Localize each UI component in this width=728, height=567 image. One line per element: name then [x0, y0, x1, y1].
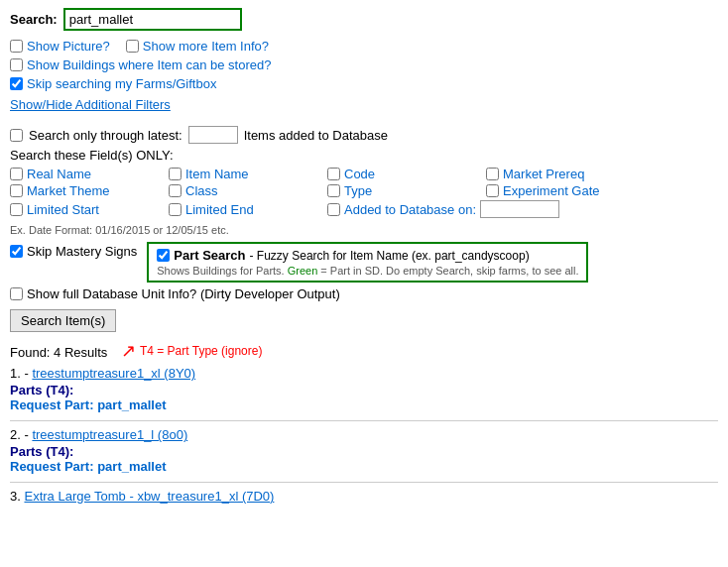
field-market-theme: Market Theme	[10, 183, 169, 198]
result-2-title: 2. - treestumptreasure1_l (8o0)	[10, 427, 718, 442]
result-2-request-value: part_mallet	[97, 459, 166, 474]
part-search-label[interactable]: Part Search	[157, 248, 245, 263]
field-item-name: Item Name	[169, 167, 327, 181]
skip-farms-label[interactable]: Skip searching my Farms/Giftbox	[10, 76, 216, 91]
field-class: Class	[169, 183, 327, 198]
show-buildings-label[interactable]: Show Buildings where Item can be stored?	[10, 57, 271, 72]
result-2-request: Request Part: part_mallet	[10, 459, 718, 474]
field-added-to-db: Added to Database on:	[327, 200, 665, 218]
field-limited-start-checkbox[interactable]	[10, 203, 23, 216]
field-type-checkbox[interactable]	[327, 184, 340, 197]
result-1-request-value: part_mallet	[97, 397, 166, 412]
show-full-db-row: Show full Database Unit Info? (Dirty Dev…	[10, 286, 718, 301]
field-limited-start: Limited Start	[10, 200, 169, 218]
skip-mastery-label[interactable]: Skip Mastery Signs	[10, 244, 137, 259]
search-only-label: Search only through latest:	[29, 128, 182, 143]
found-label: Found: 4 Results	[10, 345, 107, 360]
result-1-parts: Parts (T4):	[10, 383, 718, 397]
search-only-input[interactable]	[188, 126, 238, 144]
result-item-1: 1. - treestumptreasure1_xl (8Y0) Parts (…	[10, 366, 718, 412]
field-code: Code	[327, 167, 486, 181]
search-label: Search:	[10, 12, 58, 27]
field-experiment-gate-checkbox[interactable]	[486, 184, 499, 197]
added-to-db-input[interactable]	[480, 200, 559, 218]
field-real-name-checkbox[interactable]	[10, 168, 23, 180]
skip-part-row: Skip Mastery Signs Part Search - Fuzzy S…	[10, 242, 718, 283]
field-real-name: Real Name	[10, 167, 169, 181]
result-3-num: 3.	[10, 489, 24, 504]
additional-filters-link[interactable]: Show/Hide Additional Filters	[10, 97, 171, 112]
show-picture-checkbox[interactable]	[10, 40, 23, 53]
skip-farms-row: Skip searching my Farms/Giftbox	[10, 76, 718, 91]
search-button-container: Search Item(s)	[10, 309, 718, 340]
results-section: Found: 4 Results ↗ T4 = Part Type (ignor…	[10, 340, 718, 504]
green-text: Green	[288, 265, 318, 277]
field-limited-end: Limited End	[169, 200, 327, 218]
field-added-to-db-checkbox[interactable]	[327, 203, 340, 216]
result-2-link[interactable]: treestumptreasure1_l (8o0)	[32, 427, 187, 442]
result-1-request: Request Part: part_mallet	[10, 397, 718, 412]
result-item-3: 3. Extra Large Tomb - xbw_treasure1_xl (…	[10, 489, 718, 504]
fields-grid: Real Name Item Name Code Market Prereq M…	[10, 167, 718, 218]
skip-mastery-checkbox[interactable]	[10, 245, 23, 258]
show-buildings-row: Show Buildings where Item can be stored?	[10, 57, 718, 72]
field-type: Type	[327, 183, 486, 198]
show-picture-label[interactable]: Show Picture?	[10, 39, 110, 54]
field-limited-end-checkbox[interactable]	[169, 203, 182, 216]
search-row: Search:	[10, 8, 718, 31]
skip-mastery-container: Skip Mastery Signs	[10, 242, 137, 259]
show-more-info-label[interactable]: Show more Item Info?	[126, 39, 269, 54]
divider-1	[10, 420, 718, 421]
part-search-checkbox[interactable]	[157, 249, 170, 262]
result-1-link[interactable]: treestumptreasure1_xl (8Y0)	[32, 366, 195, 381]
result-2-num: 2. -	[10, 427, 32, 442]
search-only-checkbox[interactable]	[10, 129, 23, 142]
part-search-box: Part Search - Fuzzy Search for Item Name…	[147, 242, 588, 283]
show-full-db-checkbox[interactable]	[10, 287, 23, 300]
search-button[interactable]: Search Item(s)	[10, 309, 116, 332]
show-full-db-label[interactable]: Show full Database Unit Info? (Dirty Dev…	[10, 286, 340, 301]
result-2-parts: Parts (T4):	[10, 444, 718, 459]
search-only-row: Search only through latest: Items added …	[10, 126, 718, 144]
part-search-desc: - Fuzzy Search for Item Name (ex. part_c…	[250, 249, 530, 263]
field-market-theme-checkbox[interactable]	[10, 184, 23, 197]
additional-filters-container: Show/Hide Additional Filters	[10, 97, 718, 120]
field-item-name-checkbox[interactable]	[169, 168, 182, 180]
search-only-suffix: Items added to Database	[244, 128, 388, 143]
divider-2	[10, 482, 718, 483]
show-more-info-checkbox[interactable]	[126, 40, 139, 53]
show-buildings-checkbox[interactable]	[10, 58, 23, 71]
arrow-icon: ↗	[121, 340, 136, 362]
options-row-1: Show Picture? Show more Item Info?	[10, 39, 718, 54]
skip-farms-checkbox[interactable]	[10, 77, 23, 90]
field-code-checkbox[interactable]	[327, 168, 340, 180]
part-search-note: Shows Buildings for Parts. Green = Part …	[157, 265, 578, 277]
result-3-title: 3. Extra Large Tomb - xbw_treasure1_xl (…	[10, 489, 718, 504]
found-row: Found: 4 Results ↗ T4 = Part Type (ignor…	[10, 340, 718, 362]
result-1-title: 1. - treestumptreasure1_xl (8Y0)	[10, 366, 718, 381]
t4-note: ↗ T4 = Part Type (ignore)	[121, 340, 263, 362]
result-item-2: 2. - treestumptreasure1_l (8o0) Parts (T…	[10, 427, 718, 474]
fields-label: Search these Field(s) ONLY:	[10, 148, 718, 163]
field-market-prereq: Market Prereq	[486, 167, 665, 181]
t4-text: T4 = Part Type (ignore)	[140, 344, 263, 358]
field-market-prereq-checkbox[interactable]	[486, 168, 499, 180]
date-format-note: Ex. Date Format: 01/16/2015 or 12/05/15 …	[10, 224, 718, 236]
result-1-num: 1. -	[10, 366, 32, 381]
result-3-link[interactable]: Extra Large Tomb - xbw_treasure1_xl (7D0…	[24, 489, 274, 504]
part-search-main: Part Search - Fuzzy Search for Item Name…	[157, 248, 578, 263]
search-input[interactable]	[63, 8, 242, 31]
part-search-title: Part Search	[174, 248, 245, 263]
field-experiment-gate: Experiment Gate	[486, 183, 665, 198]
field-class-checkbox[interactable]	[169, 184, 182, 197]
